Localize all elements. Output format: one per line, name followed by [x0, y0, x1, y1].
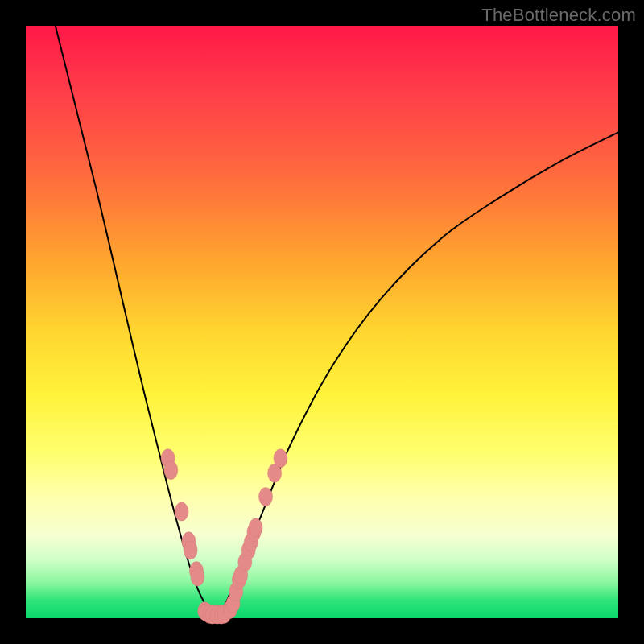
- plot-area: [26, 26, 618, 618]
- watermark-text: TheBottleneck.com: [481, 5, 636, 26]
- data-marker: [274, 449, 287, 468]
- curve-right: [216, 132, 618, 618]
- data-marker: [184, 541, 197, 559]
- data-marker: [191, 568, 204, 586]
- data-marker: [259, 488, 273, 506]
- marker-layer: [161, 449, 287, 624]
- chart-frame: TheBottleneck.com: [0, 0, 644, 644]
- chart-svg: [26, 26, 618, 618]
- data-marker: [249, 518, 262, 537]
- data-marker: [164, 461, 178, 480]
- curve-left: [56, 26, 216, 618]
- data-marker: [175, 502, 188, 521]
